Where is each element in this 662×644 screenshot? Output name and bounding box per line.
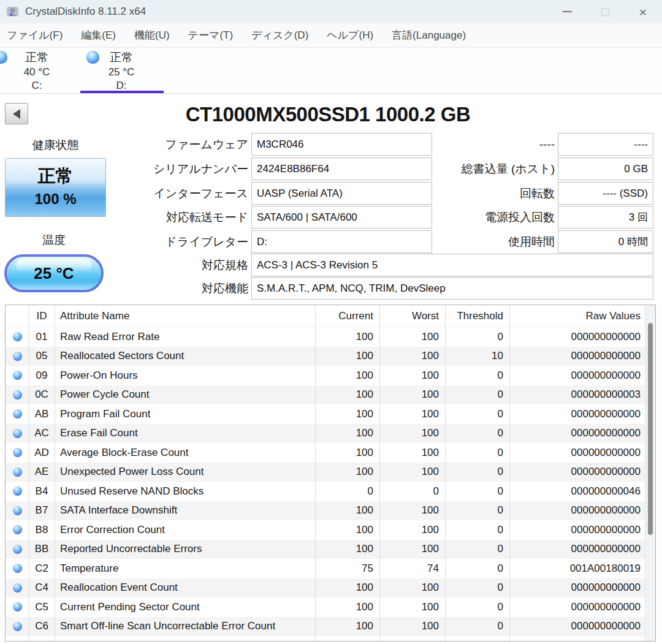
- status-orb-icon: [6, 578, 29, 598]
- cell-current: 100: [315, 578, 379, 598]
- cell-name: Current Pending Sector Count: [55, 597, 315, 617]
- drive-tab-d[interactable]: 正常 25 °C D:: [80, 48, 163, 93]
- cell-name: Reallocation Event Count: [55, 578, 315, 598]
- drive-tab-strip: 正常 40 °C C: 正常 25 °C D:: [0, 48, 662, 94]
- cell-id: 0C: [29, 385, 55, 405]
- status-orb-icon: [6, 501, 29, 521]
- table-row[interactable]: 0CPower Cycle Count1001000000000000003: [6, 385, 655, 405]
- cell-name: Error Correction Count: [55, 520, 315, 540]
- cell-threshold: 0: [445, 617, 509, 637]
- table-row[interactable]: ACErase Fail Count1001000000000000000: [6, 424, 655, 444]
- cell-id: C6: [29, 617, 55, 637]
- cell-raw: 000000000000: [509, 327, 645, 347]
- status-orb-icon: [6, 540, 29, 559]
- cell-threshold: 0: [445, 540, 509, 559]
- field-value-box: 0 GB: [558, 157, 653, 180]
- status-orb-icon: [6, 617, 29, 637]
- cell-id: 05: [29, 347, 55, 366]
- table-row[interactable]: C4Reallocation Event Count10010000000000…: [6, 578, 655, 598]
- cell-current: 100: [315, 327, 379, 347]
- header-threshold: Threshold: [445, 305, 509, 327]
- cell-threshold: 0: [445, 520, 509, 540]
- previous-disk-button[interactable]: [5, 103, 28, 124]
- table-row[interactable]: ADAverage Block-Erase Count1001000000000…: [6, 443, 655, 463]
- scrollbar-thumb[interactable]: [648, 323, 653, 535]
- header-worst: Worst: [379, 305, 445, 327]
- cell-id: AE: [29, 463, 55, 482]
- temperature-value: 25 °C: [34, 264, 74, 283]
- cell-raw: 000000000003: [509, 385, 645, 405]
- field-value-box: ---- (SSD): [558, 182, 653, 205]
- field-label: 対応規格: [202, 254, 248, 276]
- table-row[interactable]: AEUnexpected Power Loss Count10010000000…: [6, 463, 655, 482]
- field-label: 使用時間: [508, 230, 555, 253]
- table-row[interactable]: 09Power-On Hours1001000000000000000: [6, 366, 655, 385]
- table-row[interactable]: B8Error Correction Count1001000000000000…: [6, 520, 655, 540]
- cell-threshold: 0: [445, 559, 509, 578]
- table-row[interactable]: C2Temperature75740001A00180019: [6, 559, 655, 578]
- table-scrollbar[interactable]: [645, 305, 655, 641]
- menu-language[interactable]: 言語(Language): [382, 23, 475, 48]
- header-attribute-name: Attribute Name: [55, 305, 315, 327]
- cell-current: 100: [315, 443, 379, 463]
- menu-function[interactable]: 機能(U): [125, 23, 179, 48]
- status-orb-icon: [6, 482, 29, 501]
- table-row[interactable]: ABProgram Fail Count1001000000000000000: [6, 404, 655, 424]
- maximize-button[interactable]: [586, 0, 624, 23]
- field-label: 回転数: [520, 182, 555, 205]
- status-orb-icon: [6, 327, 29, 347]
- status-orb-icon: [6, 404, 29, 424]
- status-orb-icon: [6, 463, 29, 482]
- cell-threshold: 0: [445, 501, 509, 521]
- table-row[interactable]: C5Current Pending Sector Count1001000000…: [6, 597, 655, 617]
- cell-name: Program Fail Count: [55, 404, 315, 424]
- cell-id: B7: [29, 501, 55, 521]
- drive-model-title: CT1000MX500SSD1 1000.2 GB: [110, 103, 546, 129]
- cell-worst: 100: [379, 501, 445, 521]
- cell-name: Average Block-Erase Count: [55, 443, 315, 463]
- table-row[interactable]: 01Raw Read Error Rate1001000000000000000: [6, 327, 655, 347]
- cell-raw: 000000000000: [509, 443, 645, 463]
- table-row[interactable]: B7SATA Interface Downshift10010000000000…: [6, 501, 655, 521]
- cell-name: Power Cycle Count: [55, 385, 315, 405]
- field-label: シリアルナンバー: [153, 157, 248, 180]
- cell-worst: 0: [379, 482, 445, 501]
- menu-disk[interactable]: ディスク(D): [242, 23, 318, 48]
- field-label: 対応転送モード: [166, 206, 248, 229]
- cell-worst: 100: [379, 385, 445, 405]
- cell-name: Temperature: [55, 559, 315, 578]
- cell-worst: 100: [379, 443, 445, 463]
- menu-edit[interactable]: 編集(E): [72, 23, 125, 48]
- menu-help[interactable]: ヘルプ(H): [318, 23, 382, 48]
- smart-table-rows: 01Raw Read Error Rate1001000000000000000…: [6, 327, 655, 636]
- cell-raw: 000000000000: [509, 424, 645, 444]
- field-power-on-hours: 使用時間 0 時間: [368, 230, 653, 253]
- smart-attributes-table: ID Attribute Name Current Worst Threshol…: [5, 305, 656, 642]
- cell-id: C4: [29, 578, 55, 598]
- close-button[interactable]: ×: [624, 0, 662, 23]
- menu-theme[interactable]: テーマ(T): [179, 23, 243, 48]
- table-row[interactable]: 05Reallocated Sectors Count1001001000000…: [6, 347, 655, 366]
- cell-name: Erase Fail Count: [55, 424, 315, 444]
- cell-threshold: 0: [445, 578, 509, 598]
- cell-raw: 000000000000: [509, 520, 645, 540]
- tab-temperature: 40 °C: [0, 66, 78, 78]
- cell-name: Unused Reserve NAND Blocks: [55, 482, 315, 501]
- cell-id: AB: [29, 404, 55, 424]
- table-row[interactable]: B4Unused Reserve NAND Blocks000000000000…: [6, 482, 655, 501]
- field-blank: ---- ----: [368, 133, 653, 156]
- cell-current: 0: [315, 482, 379, 501]
- cell-current: 100: [315, 617, 379, 637]
- cell-current: 100: [315, 424, 379, 444]
- field-label: ----: [539, 133, 555, 156]
- table-row[interactable]: BBReported Uncorrectable Errors100100000…: [6, 540, 655, 559]
- cell-current: 100: [315, 366, 379, 385]
- minimize-button[interactable]: [548, 0, 586, 23]
- drive-tab-c[interactable]: 正常 40 °C C:: [0, 48, 78, 93]
- menu-file[interactable]: ファイル(F): [0, 23, 72, 48]
- header-raw-values: Raw Values: [509, 305, 645, 327]
- field-value-box: ----: [558, 133, 653, 156]
- cell-threshold: 10: [445, 347, 509, 366]
- table-row[interactable]: C6Smart Off-line Scan Uncorrectable Erro…: [6, 617, 655, 637]
- tab-drive-letter: C:: [0, 80, 78, 92]
